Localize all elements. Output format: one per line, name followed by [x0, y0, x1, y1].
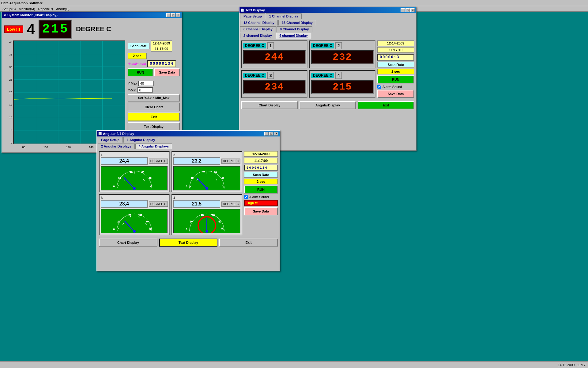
- ad-date: 12-14-2009: [244, 151, 278, 157]
- tab-4-channel[interactable]: 4 channel Display: [276, 33, 311, 39]
- scan-rate-value: 2 sec: [128, 53, 147, 59]
- ad-tabs: Page Setup 1 Angular Display: [97, 136, 280, 143]
- svg-text:30: 30: [141, 171, 144, 174]
- y-axis: 4035302520151050: [4, 40, 13, 144]
- text-display-tabs4: 2 channel Display 4 channel Display: [239, 32, 416, 39]
- svg-text:10: 10: [190, 220, 192, 223]
- channel-4-box: DEGREE C 4 215: [309, 70, 375, 98]
- td-alarm-sound-label: Alarm Sound: [383, 85, 402, 89]
- text-display-titlebar: 📄 Text Display _ □ ✕: [239, 7, 416, 13]
- ch2-unit-label: DEGREE C: [311, 43, 334, 48]
- ch3-unit-label: DEGREE C: [243, 73, 266, 78]
- ad-time: 11:17:09: [244, 158, 278, 163]
- gauge-4-display: 0 10 20 30 40 50: [173, 209, 240, 233]
- tab-12-channel[interactable]: 12 Channel Display: [240, 20, 278, 26]
- ad-tab-2-angular[interactable]: 2 Angular Displays: [98, 144, 135, 149]
- bottom-statusbar: 14.12.2009 11:17: [0, 361, 588, 368]
- minimize-btn[interactable]: _: [166, 13, 171, 17]
- chart-area: [13, 40, 125, 144]
- ad-tab-4-angular[interactable]: 4 Angular Displays: [135, 144, 172, 149]
- td-angular-display-btn[interactable]: AngularDisplay: [300, 101, 356, 109]
- svg-text:0: 0: [186, 185, 187, 188]
- ad-alarm-high-badge: High !!!: [244, 200, 278, 206]
- text-display-button[interactable]: Text Display: [128, 122, 180, 131]
- angular-display-window: 📊 Angular 2/4 Display _ □ ✕ Page Setup 1…: [96, 130, 280, 271]
- y-min-input[interactable]: [138, 87, 153, 93]
- close-btn[interactable]: ✕: [176, 13, 180, 17]
- y-max-input[interactable]: [138, 81, 154, 86]
- maximize-btn[interactable]: □: [171, 13, 175, 17]
- ad-save-data-button[interactable]: Save Data: [244, 207, 278, 215]
- channel-1-box: DEGREE C 1 244: [241, 40, 307, 68]
- svg-text:40: 40: [146, 220, 149, 223]
- run-button[interactable]: RUN: [128, 68, 153, 76]
- ad-chart-display-btn[interactable]: Chart Display: [99, 239, 157, 247]
- ad-text-display-btn[interactable]: Text Display: [159, 239, 218, 247]
- ad-tab-1-angular[interactable]: 1 Angular Display: [123, 137, 159, 143]
- ch3-value: 234: [243, 80, 306, 94]
- svg-text:10: 10: [117, 220, 120, 223]
- td-close-btn[interactable]: ✕: [410, 8, 415, 12]
- svg-point-51: [133, 230, 136, 233]
- ad-alarm-sound-label: Alarm Sound: [249, 195, 269, 199]
- svg-text:50: 50: [221, 227, 224, 230]
- ch3-num: 3: [267, 72, 274, 79]
- menu-monitor[interactable]: Monitor(M): [17, 7, 36, 11]
- exit-button[interactable]: Exit: [128, 113, 180, 121]
- td-minimize-btn[interactable]: _: [401, 8, 405, 12]
- ad-alarm-sound-checkbox[interactable]: [244, 195, 248, 199]
- clear-chart-button[interactable]: Clear Chart: [128, 103, 180, 111]
- channel-number: 4: [27, 21, 35, 38]
- datafile-label: datafile.mdb: [128, 62, 146, 66]
- ch2-value: 232: [311, 50, 374, 64]
- led-readout: 215: [39, 20, 72, 39]
- svg-point-61: [205, 230, 209, 233]
- ad-tab-page-setup[interactable]: Page Setup: [98, 137, 123, 143]
- td-maximize-btn[interactable]: □: [405, 8, 410, 12]
- svg-text:10: 10: [118, 177, 121, 179]
- svg-point-23: [133, 187, 136, 190]
- channel-grid: DEGREE C 1 244 DEGREE C 2 232 DEGREE C 3: [241, 40, 375, 98]
- gauge-1-value: 24,4: [101, 157, 148, 165]
- tab-page-setup[interactable]: Page Setup: [240, 13, 265, 19]
- ad-alarm-sound-row: Alarm Sound: [244, 195, 278, 199]
- ad-bottom-buttons: Chart Display Text Display Exit: [97, 237, 280, 248]
- tab-8-channel[interactable]: 8 Channel Display: [277, 26, 312, 32]
- svg-text:20: 20: [202, 171, 205, 174]
- tab-16-channel[interactable]: 16 Channel Display: [278, 20, 316, 26]
- td-exit-btn[interactable]: Exit: [358, 101, 414, 109]
- gauge-3-value: 23,4: [101, 200, 148, 208]
- tab-1-channel[interactable]: 1 Channel Display: [266, 13, 302, 19]
- td-run-button[interactable]: RUN: [377, 75, 414, 83]
- ad-maximize-btn[interactable]: □: [269, 132, 273, 136]
- td-save-data-button[interactable]: Save Data: [377, 90, 414, 98]
- ad-title: Angular 2/4 Display: [103, 132, 264, 136]
- svg-text:30: 30: [212, 214, 215, 217]
- set-y-axis-button[interactable]: Set Y-Axis Min_Max: [128, 94, 180, 102]
- gauge-2: 2 23,2 DEGREE C 0 10 20 30 40: [172, 151, 242, 192]
- svg-text:20: 20: [130, 171, 132, 174]
- menu-setup[interactable]: Setup(S): [1, 7, 17, 11]
- ch1-value: 244: [243, 50, 306, 64]
- ch2-num: 2: [335, 42, 342, 49]
- td-alarm-sound-row: Alarm Sound: [377, 85, 414, 89]
- td-scan-rate-value: 2 sec: [377, 69, 414, 74]
- td-alarm-sound-checkbox[interactable]: [377, 85, 381, 89]
- save-data-button[interactable]: Save Data: [154, 68, 180, 76]
- ch1-num: 1: [267, 42, 274, 49]
- ch1-unit-label: DEGREE C: [243, 43, 266, 48]
- ch4-unit-label: DEGREE C: [311, 73, 334, 78]
- ad-close-btn[interactable]: ✕: [274, 132, 278, 136]
- menu-about[interactable]: About(H): [55, 7, 71, 11]
- text-display-title: Text Display: [245, 8, 401, 12]
- tab-6-channel[interactable]: 6 Channel Display: [240, 26, 276, 32]
- menu-report[interactable]: Report(R): [37, 7, 54, 11]
- td-chart-display-btn[interactable]: Chart Display: [241, 101, 298, 109]
- gauge-1-display: 0 10 20 30 40: [101, 166, 168, 190]
- ad-tabs2: 2 Angular Displays 4 Angular Displays: [97, 143, 280, 149]
- ad-exit-btn[interactable]: Exit: [219, 239, 278, 247]
- tab-2-channel[interactable]: 2 channel Display: [240, 33, 275, 39]
- ad-run-button[interactable]: RUN: [244, 186, 278, 194]
- svg-text:50: 50: [149, 227, 151, 230]
- ad-minimize-btn[interactable]: _: [264, 132, 269, 136]
